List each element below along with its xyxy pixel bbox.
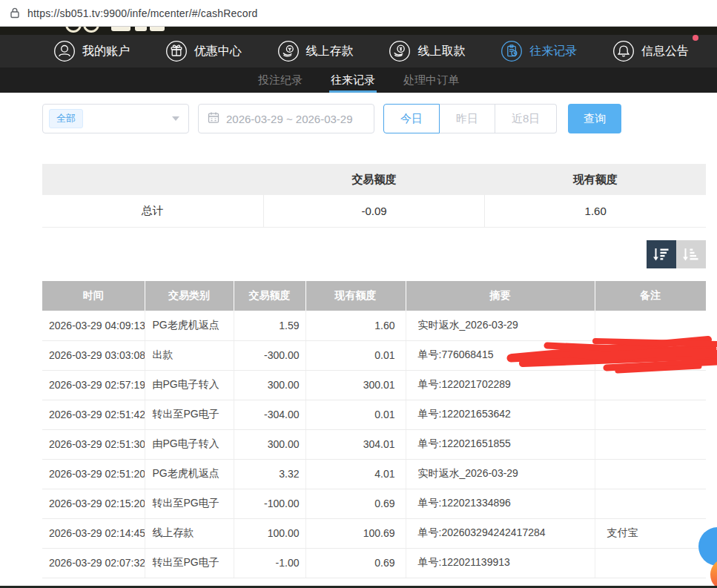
summary-total-label: 总计	[42, 195, 263, 227]
cell-transaction-amount: -100.00	[234, 489, 305, 518]
url-text: https://sb051.tv:9900/infe/mcenter/#/cas…	[27, 7, 258, 19]
nav-label: 优惠中心	[194, 44, 242, 59]
user-icon	[53, 40, 76, 62]
nav-item-announcements[interactable]: 信息公告	[612, 40, 689, 62]
cell-note	[595, 340, 706, 370]
cell-note	[595, 548, 706, 578]
browser-url-bar[interactable]: https://sb051.tv:9900/infe/mcenter/#/cas…	[0, 0, 717, 27]
table-row: 2026-03-29 02:07:32 转出至PG电子 -1.00 0.69 单…	[42, 548, 706, 578]
cell-current-amount: 1.60	[305, 311, 406, 340]
col-header-current-amount: 现有额度	[305, 281, 406, 311]
cell-summary: 单号:122021139913	[406, 548, 595, 578]
cell-time: 2026-03-29 04:09:13	[42, 311, 145, 340]
nav-label: 信息公告	[641, 44, 689, 59]
tab-label: 处理中订单	[403, 73, 459, 87]
last-8-days-button[interactable]: 近8日	[495, 104, 557, 133]
cell-note	[595, 370, 706, 400]
table-row: 2026-03-29 04:09:13 PG老虎机返点 1.59 1.60 实时…	[42, 311, 706, 340]
cell-summary: 实时返水_2026-03-29	[406, 459, 595, 489]
chevron-down-icon	[172, 116, 179, 121]
nav-item-my-account[interactable]: 我的账户	[53, 40, 130, 62]
tab-bet-records[interactable]: 投注纪录	[257, 67, 304, 93]
col-header-type: 交易类别	[145, 281, 234, 311]
main-nav: 我的账户 优惠中心 线上存款 线上取款 往来记录	[0, 35, 717, 67]
withdraw-icon	[389, 40, 411, 62]
nav-item-online-withdrawal[interactable]: 线上取款	[389, 40, 465, 62]
cell-current-amount: 300.01	[305, 370, 406, 400]
logo-shape	[111, 27, 130, 31]
cell-transaction-amount: 1.59	[234, 311, 305, 340]
cell-transaction-amount: -300.00	[234, 340, 305, 370]
today-button[interactable]: 今日	[383, 104, 440, 133]
nav-item-online-deposit[interactable]: 线上存款	[277, 40, 354, 62]
tab-label: 往来记录	[331, 73, 375, 87]
cell-summary: 单号:122021702289	[406, 370, 595, 400]
cell-summary: 单号:122021653642	[406, 400, 595, 429]
table-row: 2026-03-29 02:51:30 由PG电子转入 300.00 304.0…	[42, 429, 706, 459]
sort-ascending-button[interactable]	[676, 240, 706, 268]
cell-type: PG老虎机返点	[145, 311, 234, 340]
cell-transaction-amount: 300.00	[234, 429, 305, 459]
nav-label: 我的账户	[82, 44, 130, 59]
sort-ascending-icon	[682, 245, 700, 263]
cell-note	[595, 429, 706, 459]
search-button[interactable]: 查询	[568, 104, 621, 133]
yesterday-button[interactable]: 昨日	[440, 104, 495, 133]
col-header-transaction-amount: 交易额度	[234, 281, 305, 311]
nav-label: 线上取款	[417, 44, 465, 59]
cell-time: 2026-03-29 02:57:19	[42, 370, 145, 400]
logo-shape	[65, 27, 82, 33]
cell-time: 2026-03-29 02:51:20	[42, 459, 145, 489]
cell-summary: 单号:122021651855	[406, 429, 595, 459]
cell-note	[595, 311, 706, 340]
type-select[interactable]: 全部	[42, 104, 189, 133]
cell-type: 线上存款	[145, 518, 234, 548]
cell-time: 2026-03-29 02:15:20	[42, 489, 145, 518]
cell-note	[595, 489, 706, 518]
cash-record-page: https://sb051.tv:9900/infe/mcenter/#/cas…	[0, 0, 717, 588]
col-header-time: 时间	[42, 281, 145, 311]
filter-bar: 全部 2026-03-29 ~ 2026-03-29 今日 昨日 近8日 查询	[42, 104, 717, 133]
nav-label: 线上存款	[306, 44, 354, 59]
notification-badge	[693, 35, 698, 41]
cell-current-amount: 0.69	[305, 489, 406, 518]
nav-item-promotions[interactable]: 优惠中心	[165, 40, 242, 62]
date-range-input[interactable]: 2026-03-29 ~ 2026-03-29	[198, 104, 374, 133]
cell-time: 2026-03-29 03:03:08	[42, 340, 145, 370]
table-row: 2026-03-29 02:51:42 转出至PG电子 -304.00 0.01…	[42, 400, 706, 429]
cell-transaction-amount: 300.00	[234, 370, 305, 400]
button-label: 昨日	[456, 112, 478, 126]
summary-header-current-amount: 现有额度	[485, 173, 706, 187]
cell-type: 出款	[145, 340, 234, 370]
tab-transaction-records[interactable]: 往来记录	[329, 67, 377, 93]
lock-icon	[10, 7, 20, 19]
sort-descending-icon	[652, 245, 670, 263]
cell-time: 2026-03-29 02:07:32	[42, 548, 145, 578]
cell-type: 转出至PG电子	[145, 400, 234, 429]
cell-transaction-amount: 100.00	[234, 518, 305, 548]
quick-date-buttons: 今日 昨日 近8日	[383, 104, 557, 133]
records-table-header: 时间 交易类别 交易额度 现有额度 摘要 备注	[42, 281, 706, 311]
sort-controls	[0, 240, 706, 268]
cell-summary: 实时返水_2026-03-29	[406, 311, 595, 340]
logo-shape	[135, 27, 147, 31]
nav-label: 往来记录	[529, 44, 577, 59]
deposit-icon	[277, 40, 300, 62]
cell-summary: 单号:776068415	[406, 340, 595, 370]
sort-descending-button[interactable]	[647, 240, 676, 268]
calendar-icon	[208, 111, 219, 127]
cell-current-amount: 0.01	[305, 340, 406, 370]
cell-summary: 单号:122021334896	[406, 489, 595, 518]
logo-shape	[83, 27, 99, 33]
nav-item-transaction-records[interactable]: 往来记录	[500, 40, 577, 62]
table-row: 2026-03-29 02:51:20 PG老虎机返点 3.32 4.01 实时…	[42, 459, 706, 489]
cell-type: 由PG电子转入	[145, 370, 234, 400]
button-label: 近8日	[512, 112, 540, 126]
cell-note	[595, 459, 706, 489]
tab-label: 投注纪录	[258, 73, 303, 87]
button-label: 今日	[400, 112, 423, 126]
records-table: 时间 交易类别 交易额度 现有额度 摘要 备注 2026-03-29 04:09…	[42, 281, 706, 578]
cell-current-amount: 304.01	[305, 429, 406, 459]
cell-current-amount: 0.69	[305, 548, 406, 578]
tab-pending-orders[interactable]: 处理中订单	[402, 67, 460, 93]
